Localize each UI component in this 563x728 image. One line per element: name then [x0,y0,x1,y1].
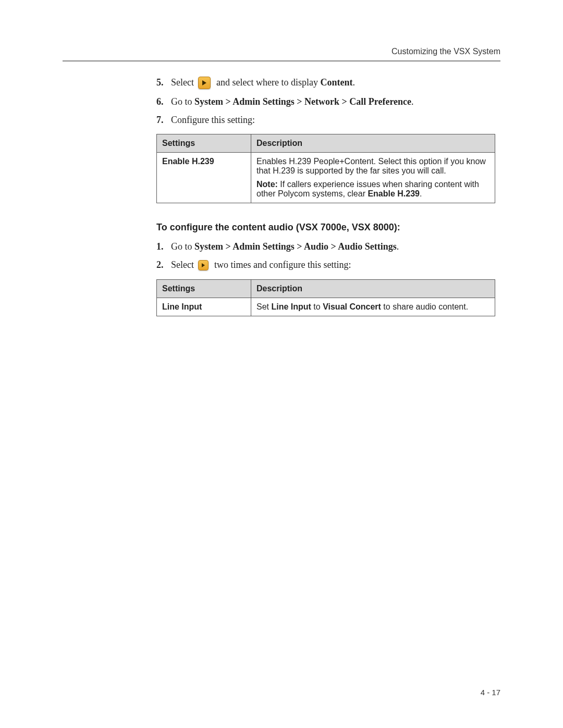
td-description: Enables H.239 People+Content. Select thi… [251,153,495,203]
step-5-post-suffix: . [352,77,355,88]
td-desc-p1: Enables H.239 People+Content. Select thi… [256,157,489,176]
table-header-row: Settings Description [157,134,495,153]
step-7-number: 7. [156,114,171,127]
desc-b2: Visual Concert [323,302,381,311]
header-rule [63,60,500,61]
step-b1-bold: System > Admin Settings > Audio > Audio … [194,241,397,252]
step-6: 6. Go to System > Admin Settings > Netwo… [156,95,495,108]
page: Customizing the VSX System 5. Select and… [0,0,563,728]
td-setting-name: Enable H.239 [157,153,251,203]
page-number: 4 - 17 [481,688,500,697]
section-b-title: To configure the content audio (VSX 7000… [156,222,495,233]
step-5-number: 5. [156,76,171,89]
th-description: Description [251,134,495,153]
step-b2-body: Select two times and configure this sett… [171,258,495,272]
next-arrow-icon [198,260,209,270]
desc-pre: Set [256,302,271,311]
step-b2-number: 2. [156,258,171,272]
td-setting-bold: Enable H.239 [162,157,214,166]
step-b1-pre: Go to [171,241,194,252]
desc-post: to share audio content. [381,302,468,311]
step-b1-body: Go to System > Admin Settings > Audio > … [171,240,495,253]
table-line-input: Settings Description Line Input Set Line… [156,279,495,316]
step-5-pre: Select [171,77,196,88]
body-content: 5. Select and select where to display Co… [156,76,495,316]
step-b2-pre: Select [171,260,196,270]
step-6-number: 6. [156,95,171,108]
note-bold: Enable H.239 [368,189,420,198]
table-header-row: Settings Description [157,279,495,298]
svg-marker-0 [202,80,206,85]
desc-mid: to [311,302,323,311]
table-row: Line Input Set Line Input to Visual Conc… [157,298,495,316]
note-suffix: . [420,189,422,198]
step-5-post-pre: and select where to display [216,77,320,88]
note-label: Note: [256,180,278,189]
td-setting-name: Line Input [157,298,251,316]
step-b2-post: two times and configure this setting: [214,260,351,270]
th-description: Description [251,279,495,298]
step-6-bold: System > Admin Settings > Network > Call… [194,96,411,107]
running-header: Customizing the VSX System [63,47,500,56]
table-enable-h239: Settings Description Enable H.239 Enable… [156,134,495,203]
step-b1-number: 1. [156,240,171,253]
step-5: 5. Select and select where to display Co… [156,76,495,90]
svg-marker-1 [202,263,205,267]
td-setting-bold: Line Input [162,302,202,311]
table-row: Enable H.239 Enables H.239 People+Conten… [157,153,495,203]
step-6-pre: Go to [171,96,194,107]
th-settings: Settings [157,279,251,298]
step-7-body: Configure this setting: [171,114,495,127]
step-5-post-bold: Content [320,77,352,88]
step-b2: 2. Select two times and configure this s… [156,258,495,272]
step-6-body: Go to System > Admin Settings > Network … [171,95,495,108]
step-7: 7. Configure this setting: [156,114,495,127]
next-arrow-icon [198,77,211,89]
td-desc-note: Note: If callers experience issues when … [256,180,489,199]
td-description: Set Line Input to Visual Concert to shar… [251,298,495,316]
step-5-body: Select and select where to display Conte… [171,76,495,90]
step-b1-post: . [397,241,399,252]
step-6-post: . [411,96,414,107]
th-settings: Settings [157,134,251,153]
step-b1: 1. Go to System > Admin Settings > Audio… [156,240,495,253]
desc-b1: Line Input [271,302,311,311]
